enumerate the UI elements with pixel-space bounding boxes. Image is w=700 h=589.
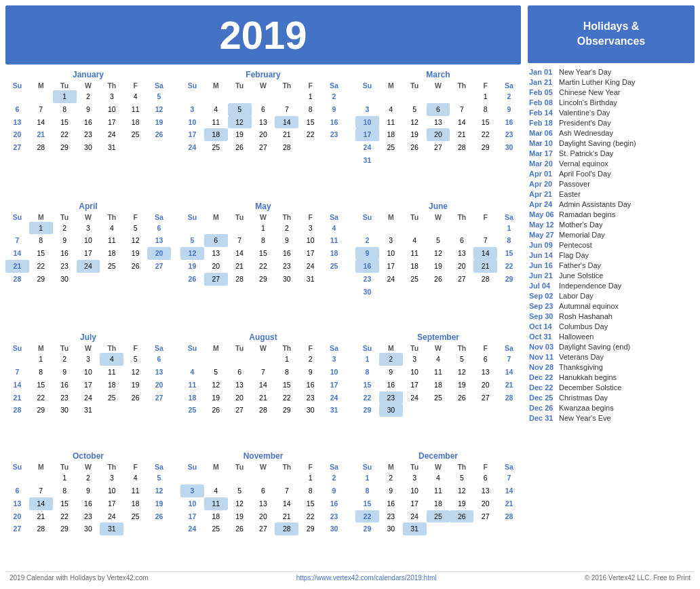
holiday-date: Sep 23 [529,302,555,310]
calendar-day: 28 [5,404,29,417]
calendar-day: 10 [180,497,204,510]
calendar-day: 21 [275,128,298,141]
holiday-date: Apr 21 [529,190,555,198]
calendar-day [147,522,171,535]
weekday-header-th: Th [275,81,298,90]
calendar-day: 22 [298,128,322,141]
holiday-date: Feb 14 [529,109,555,117]
calendar-day [180,222,204,235]
calendar-day: 1 [298,472,322,484]
calendar-day: 26 [123,260,147,273]
calendar-day: 19 [403,128,427,141]
holiday-date: May 06 [529,210,555,218]
calendar-day: 9 [379,366,403,379]
holiday-name: April Fool's Day [559,170,611,178]
weekday-header-tu: Tu [403,212,427,222]
calendar-day: 30 [497,141,521,154]
calendar-day [497,286,521,299]
calendar-day: 1 [497,222,521,235]
calendar-day: 13 [252,116,275,129]
calendar-day [379,90,403,103]
holiday-date: Dec 22 [529,383,555,392]
weekday-header-su: Su [355,462,379,472]
month-table: SuMTuWThFSa12345678910111213141516171819… [180,343,346,417]
calendar-day: 23 [322,128,346,141]
calendar-day: 14 [473,247,497,260]
calendar-day: 5 [450,353,473,366]
holiday-list: Jan 01New Year's DayJan 21Martin Luther … [528,67,695,423]
holiday-name: Father's Day [559,261,601,269]
month-title: January [5,70,171,79]
weekday-header-f: F [123,343,147,353]
calendar-day: 3 [403,353,427,366]
weekday-header-f: F [473,462,497,472]
calendar-day: 2 [497,90,521,103]
calendar-day: 15 [275,379,298,392]
calendar-day: 30 [355,286,379,299]
holiday-name: President's Day [559,119,611,127]
calendar-day: 10 [355,116,379,129]
calendar-day: 26 [204,404,228,417]
calendar-day: 12 [450,366,473,379]
calendar-day: 16 [275,247,298,260]
calendar-day: 28 [497,510,521,523]
calendar-day: 18 [100,247,123,260]
calendar-day [403,404,427,417]
weekday-header-f: F [473,81,497,90]
calendar-day [427,404,450,417]
month-title: December [355,451,521,461]
calendar-day: 10 [379,247,403,260]
calendar-day: 31 [100,141,123,154]
calendar-day [252,472,275,484]
holiday-item: Nov 03Daylight Saving (end) [529,342,693,352]
holiday-date: Nov 11 [529,353,555,361]
calendar-day: 31 [100,522,123,535]
holiday-name: Flag Day [559,251,589,259]
calendar-day: 18 [204,128,228,141]
calendar-day: 11 [100,234,123,247]
calendar-day: 16 [322,497,346,510]
holiday-date: Dec 25 [529,394,555,402]
calendar-day: 23 [379,392,403,404]
calendar-day: 6 [5,103,29,116]
holiday-date: Sep 30 [529,312,555,320]
calendar-day: 23 [275,260,298,273]
holiday-item: Jun 16Father's Day [529,261,693,271]
weekday-header-sa: Sa [322,212,346,222]
calendar-day: 1 [298,90,322,103]
month-block-september: SeptemberSuMTuWThFSa12345678910111213141… [355,332,521,444]
holidays-header: Holidays &Observances [528,5,695,63]
calendar-day: 21 [5,392,29,404]
calendar-day: 16 [298,379,322,392]
calendar-day [355,222,379,235]
calendar-day: 29 [355,522,379,535]
weekday-header-w: W [252,343,275,353]
calendar-day: 4 [100,222,123,235]
calendar-day: 6 [147,222,171,235]
calendar-day [123,404,147,417]
calendar-day [275,90,298,103]
calendar-day: 3 [379,234,403,247]
weekday-header-w: W [252,212,275,222]
calendar-day: 12 [204,379,228,392]
month-title: July [5,332,171,342]
calendar-day: 3 [355,103,379,116]
calendar-day: 19 [450,379,473,392]
holiday-name: St. Patrick's Day [559,149,613,157]
calendar-day [473,404,497,417]
month-table: SuMTuWThFSa12345678910111213141516171819… [5,212,171,286]
calendar-day: 1 [275,353,298,366]
holiday-date: Nov 03 [529,343,555,351]
calendar-day: 16 [77,116,100,129]
calendar-day: 1 [29,222,53,235]
calendar-day: 5 [228,484,252,497]
holiday-item: Dec 31New Year's Eve [529,413,693,423]
calendar-day: 5 [123,353,147,366]
calendar-day: 9 [53,366,77,379]
calendar-day: 19 [123,247,147,260]
weekday-header-w: W [427,81,450,90]
weekday-header-th: Th [100,343,123,353]
holiday-name: Admin Assistants Day [559,200,631,208]
calendar-day: 24 [322,392,346,404]
calendar-day: 5 [147,472,171,484]
